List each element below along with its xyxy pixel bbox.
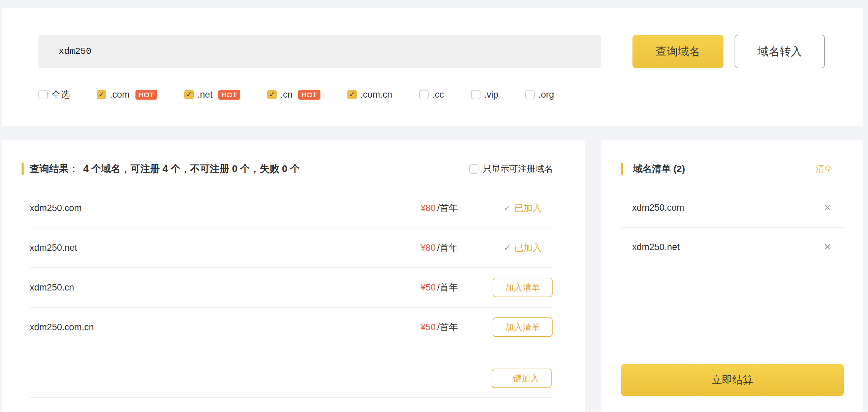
- checkbox-checked-icon[interactable]: ✓: [184, 90, 194, 99]
- table-row: xdm250.cn ¥50 /首年 加入清单: [30, 268, 553, 308]
- close-icon[interactable]: ✕: [824, 203, 831, 212]
- status-badge: ✓ 已加入: [504, 242, 542, 254]
- tld-label: .cc: [432, 90, 444, 100]
- clear-cart-link[interactable]: 清空: [815, 163, 844, 175]
- domain-name: xdm250.com.cn: [30, 322, 384, 333]
- tld-cc[interactable]: ✓ .cc: [419, 90, 444, 100]
- tld-label: .org: [538, 90, 554, 100]
- add-to-list-button[interactable]: 加入清单: [493, 317, 553, 337]
- cart-domain-name: xdm250.com: [632, 203, 824, 213]
- table-row: xdm250.net ¥80 /首年 ✓ 已加入: [30, 228, 553, 268]
- hot-badge: HOT: [298, 90, 320, 100]
- tld-label: .com: [110, 90, 130, 100]
- results-summary: 4 个域名，可注册 4 个，不可注册 0 个，失败 0 个: [83, 162, 300, 176]
- price-cell: ¥80 /首年: [384, 202, 458, 214]
- price-cell: ¥50 /首年: [384, 281, 458, 294]
- checkbox-checked-icon[interactable]: ✓: [347, 90, 357, 99]
- added-label: 已加入: [514, 202, 541, 214]
- tld-com-cn[interactable]: ✓ .com.cn: [347, 90, 393, 100]
- check-icon: ✓: [504, 203, 511, 213]
- domain-name: xdm250.com: [30, 203, 384, 213]
- price-value: ¥50: [421, 322, 436, 332]
- add-to-list-button[interactable]: 加入清单: [493, 278, 553, 297]
- tld-net[interactable]: ✓ .net HOT: [184, 90, 240, 100]
- close-icon[interactable]: ✕: [824, 243, 831, 252]
- checkbox-unchecked-icon[interactable]: ✓: [38, 90, 48, 99]
- list-item: xdm250.com ✕: [621, 188, 844, 228]
- cart-title: 域名清单 (2): [633, 163, 685, 175]
- add-all-button[interactable]: 一键加入: [492, 369, 552, 388]
- domain-search-input[interactable]: [38, 35, 601, 68]
- checkout-button[interactable]: 立即结算: [621, 364, 844, 396]
- results-list: xdm250.com ¥80 /首年 ✓ 已加入 xdm250.net ¥80 …: [30, 188, 553, 398]
- results-footer: 一键加入: [30, 347, 553, 398]
- cart-list: xdm250.com ✕ xdm250.net ✕: [621, 188, 844, 267]
- tld-vip[interactable]: ✓ .vip: [471, 90, 498, 100]
- domain-name: xdm250.cn: [30, 282, 384, 293]
- cart-panel: 域名清单 (2) 清空 xdm250.com ✕ xdm250.net ✕ 立即…: [601, 140, 863, 412]
- list-item: xdm250.net ✕: [621, 228, 844, 267]
- added-label: 已加入: [514, 242, 541, 254]
- price-value: ¥50: [421, 282, 436, 293]
- search-panel: 查询域名 域名转入 ✓ 全选 ✓ .com HOT ✓ .net HOT ✓ .…: [2, 8, 863, 126]
- tld-org[interactable]: ✓ .org: [525, 90, 554, 100]
- cart-header: 域名清单 (2) 清空: [621, 163, 844, 175]
- tld-label: 全选: [52, 89, 70, 101]
- query-domain-button[interactable]: 查询域名: [632, 35, 723, 68]
- results-title: 查询结果：: [30, 162, 79, 176]
- price-value: ¥80: [421, 243, 436, 253]
- results-panel: 查询结果： 4 个域名，可注册 4 个，不可注册 0 个，失败 0 个 ✓ 只显…: [2, 140, 585, 412]
- table-row: xdm250.com ¥80 /首年 ✓ 已加入: [30, 188, 553, 228]
- hot-badge: HOT: [218, 90, 240, 100]
- price-value: ¥80: [421, 203, 436, 213]
- search-input-wrap: [38, 35, 601, 68]
- price-cell: ¥80 /首年: [384, 242, 458, 254]
- hot-badge: HOT: [135, 90, 157, 100]
- lower-section: 查询结果： 4 个域名，可注册 4 个，不可注册 0 个，失败 0 个 ✓ 只显…: [2, 140, 863, 412]
- accent-bar: [22, 163, 24, 175]
- accent-bar: [621, 163, 623, 175]
- search-row: 查询域名 域名转入: [38, 35, 825, 68]
- tld-cn[interactable]: ✓ .cn HOT: [267, 90, 320, 100]
- tld-label: .cn: [280, 90, 292, 100]
- tld-label: .net: [197, 90, 213, 100]
- checkbox-unchecked-icon[interactable]: ✓: [471, 90, 480, 99]
- price-unit: /首年: [437, 243, 458, 253]
- tld-select-all[interactable]: ✓ 全选: [38, 89, 70, 101]
- checkbox-checked-icon[interactable]: ✓: [267, 90, 277, 99]
- price-unit: /首年: [437, 282, 458, 293]
- tld-com[interactable]: ✓ .com HOT: [97, 90, 157, 100]
- tld-filter-row: ✓ 全选 ✓ .com HOT ✓ .net HOT ✓ .cn HOT ✓ .…: [38, 89, 825, 101]
- price-cell: ¥50 /首年: [384, 321, 458, 333]
- tld-label: .vip: [484, 90, 498, 100]
- tld-label: .com.cn: [361, 90, 393, 100]
- domain-name: xdm250.net: [30, 243, 384, 253]
- results-header: 查询结果： 4 个域名，可注册 4 个，不可注册 0 个，失败 0 个 ✓ 只显…: [22, 163, 553, 175]
- table-row: xdm250.com.cn ¥50 /首年 加入清单: [30, 308, 553, 347]
- checkbox-unchecked-icon[interactable]: ✓: [525, 90, 535, 99]
- price-unit: /首年: [437, 203, 458, 213]
- checkbox-checked-icon[interactable]: ✓: [97, 90, 106, 99]
- checkbox-unchecked-icon[interactable]: ✓: [419, 90, 429, 99]
- check-icon: ✓: [504, 243, 511, 253]
- filter-registrable-toggle[interactable]: ✓ 只显示可注册域名: [469, 163, 553, 175]
- cart-domain-name: xdm250.net: [632, 242, 824, 252]
- price-unit: /首年: [437, 322, 458, 332]
- status-badge: ✓ 已加入: [504, 202, 542, 214]
- checkbox-unchecked-icon[interactable]: ✓: [469, 164, 478, 174]
- transfer-domain-button[interactable]: 域名转入: [735, 35, 825, 68]
- filter-label: 只显示可注册域名: [483, 163, 553, 175]
